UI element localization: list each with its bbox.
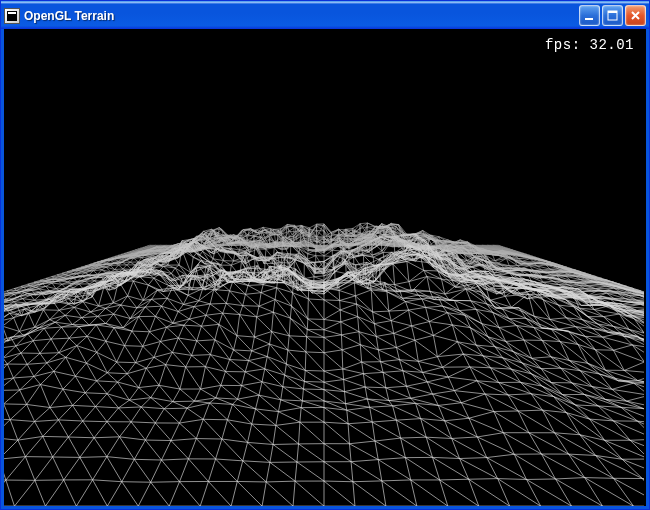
terrain-wireframe — [4, 29, 644, 508]
titlebar[interactable]: OpenGL Terrain — [1, 1, 649, 29]
maximize-button[interactable] — [602, 5, 623, 26]
fps-value: 32.01 — [589, 37, 634, 53]
application-window: OpenGL Terrain fp — [0, 0, 650, 510]
client-area: fps: 32.01 — [1, 29, 649, 509]
window-controls — [579, 5, 646, 26]
fps-counter: fps: 32.01 — [545, 37, 634, 53]
svg-rect-1 — [8, 12, 16, 14]
fps-label: fps: — [545, 37, 581, 53]
opengl-viewport[interactable]: fps: 32.01 — [4, 29, 646, 506]
minimize-button[interactable] — [579, 5, 600, 26]
window-title: OpenGL Terrain — [24, 9, 579, 23]
close-button[interactable] — [625, 5, 646, 26]
svg-rect-4 — [608, 11, 617, 13]
svg-rect-2 — [585, 18, 593, 20]
console-icon — [4, 8, 20, 24]
